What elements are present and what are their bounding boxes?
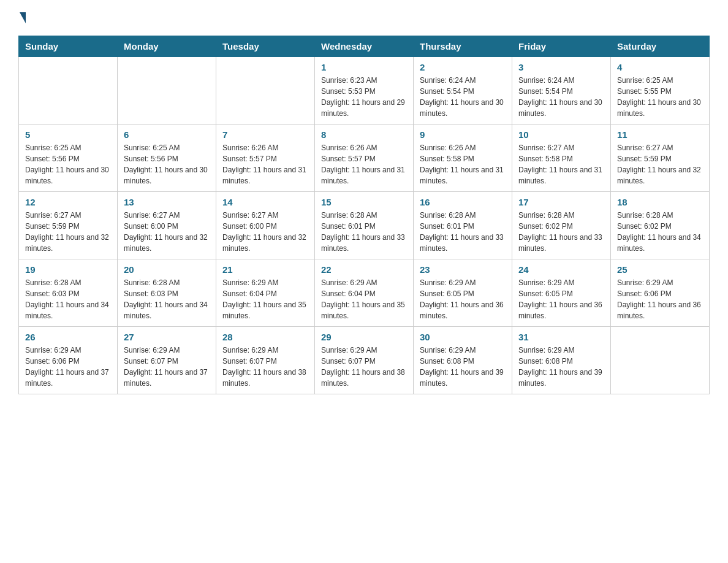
day-number: 31 <box>518 332 604 342</box>
week-row-5: 26Sunrise: 6:29 AM Sunset: 6:06 PM Dayli… <box>19 327 710 394</box>
day-number: 25 <box>617 264 703 275</box>
day-info: Sunrise: 6:29 AM Sunset: 6:05 PM Dayligh… <box>518 277 604 321</box>
day-number: 21 <box>222 264 308 275</box>
calendar-cell: 26Sunrise: 6:29 AM Sunset: 6:06 PM Dayli… <box>19 327 118 394</box>
day-info: Sunrise: 6:27 AM Sunset: 5:59 PM Dayligh… <box>25 210 111 254</box>
calendar-cell: 9Sunrise: 6:26 AM Sunset: 5:58 PM Daylig… <box>414 124 512 192</box>
calendar-cell: 5Sunrise: 6:25 AM Sunset: 5:56 PM Daylig… <box>19 124 118 192</box>
day-number: 26 <box>25 332 111 342</box>
day-number: 9 <box>420 129 506 140</box>
calendar-cell <box>19 57 118 124</box>
day-number: 20 <box>124 264 210 275</box>
calendar-cell <box>216 57 315 124</box>
calendar-cell: 28Sunrise: 6:29 AM Sunset: 6:07 PM Dayli… <box>216 327 315 394</box>
calendar-cell: 30Sunrise: 6:29 AM Sunset: 6:08 PM Dayli… <box>414 327 512 394</box>
day-info: Sunrise: 6:28 AM Sunset: 6:03 PM Dayligh… <box>124 277 210 321</box>
day-info: Sunrise: 6:29 AM Sunset: 6:08 PM Dayligh… <box>518 345 604 389</box>
week-row-2: 5Sunrise: 6:25 AM Sunset: 5:56 PM Daylig… <box>19 124 710 192</box>
day-number: 5 <box>25 129 111 140</box>
day-number: 10 <box>518 129 604 140</box>
day-info: Sunrise: 6:27 AM Sunset: 5:59 PM Dayligh… <box>617 142 703 186</box>
day-info: Sunrise: 6:29 AM Sunset: 6:07 PM Dayligh… <box>321 345 407 389</box>
week-row-1: 1Sunrise: 6:23 AM Sunset: 5:53 PM Daylig… <box>19 57 710 124</box>
calendar-cell: 24Sunrise: 6:29 AM Sunset: 6:05 PM Dayli… <box>512 259 611 327</box>
calendar-cell: 25Sunrise: 6:29 AM Sunset: 6:06 PM Dayli… <box>611 259 710 327</box>
day-info: Sunrise: 6:29 AM Sunset: 6:05 PM Dayligh… <box>420 277 506 321</box>
day-info: Sunrise: 6:27 AM Sunset: 5:58 PM Dayligh… <box>518 142 604 186</box>
column-header-monday: Monday <box>118 36 216 57</box>
day-info: Sunrise: 6:29 AM Sunset: 6:06 PM Dayligh… <box>617 277 703 321</box>
day-info: Sunrise: 6:28 AM Sunset: 6:02 PM Dayligh… <box>617 210 703 254</box>
day-info: Sunrise: 6:28 AM Sunset: 6:02 PM Dayligh… <box>518 210 604 254</box>
week-row-3: 12Sunrise: 6:27 AM Sunset: 5:59 PM Dayli… <box>19 192 710 259</box>
calendar-cell: 10Sunrise: 6:27 AM Sunset: 5:58 PM Dayli… <box>512 124 611 192</box>
day-number: 16 <box>420 197 506 207</box>
day-number: 3 <box>518 62 604 72</box>
day-number: 28 <box>222 332 308 342</box>
logo-triangle-icon <box>20 12 26 23</box>
calendar-cell <box>118 57 216 124</box>
day-info: Sunrise: 6:24 AM Sunset: 5:54 PM Dayligh… <box>518 75 604 119</box>
day-number: 2 <box>420 62 506 72</box>
calendar-cell: 6Sunrise: 6:25 AM Sunset: 5:56 PM Daylig… <box>118 124 216 192</box>
day-number: 12 <box>25 197 111 207</box>
calendar-table: SundayMondayTuesdayWednesdayThursdayFrid… <box>18 36 710 394</box>
day-number: 24 <box>518 264 604 275</box>
calendar-cell: 22Sunrise: 6:29 AM Sunset: 6:04 PM Dayli… <box>315 259 414 327</box>
day-info: Sunrise: 6:23 AM Sunset: 5:53 PM Dayligh… <box>321 75 407 119</box>
day-number: 1 <box>321 62 407 72</box>
day-info: Sunrise: 6:26 AM Sunset: 5:58 PM Dayligh… <box>420 142 506 186</box>
calendar-cell: 11Sunrise: 6:27 AM Sunset: 5:59 PM Dayli… <box>611 124 710 192</box>
calendar-cell: 4Sunrise: 6:25 AM Sunset: 5:55 PM Daylig… <box>611 57 710 124</box>
day-info: Sunrise: 6:28 AM Sunset: 6:01 PM Dayligh… <box>420 210 506 254</box>
day-number: 14 <box>222 197 308 207</box>
day-number: 11 <box>617 129 703 140</box>
day-number: 7 <box>222 129 308 140</box>
day-info: Sunrise: 6:26 AM Sunset: 5:57 PM Dayligh… <box>222 142 308 186</box>
calendar-cell: 27Sunrise: 6:29 AM Sunset: 6:07 PM Dayli… <box>118 327 216 394</box>
calendar-cell: 15Sunrise: 6:28 AM Sunset: 6:01 PM Dayli… <box>315 192 414 259</box>
day-number: 19 <box>25 264 111 275</box>
day-number: 23 <box>420 264 506 275</box>
day-number: 13 <box>124 197 210 207</box>
calendar-cell: 13Sunrise: 6:27 AM Sunset: 6:00 PM Dayli… <box>118 192 216 259</box>
calendar-cell: 18Sunrise: 6:28 AM Sunset: 6:02 PM Dayli… <box>611 192 710 259</box>
logo <box>18 12 27 23</box>
calendar-cell: 8Sunrise: 6:26 AM Sunset: 5:57 PM Daylig… <box>315 124 414 192</box>
day-info: Sunrise: 6:28 AM Sunset: 6:03 PM Dayligh… <box>25 277 111 321</box>
calendar-cell: 2Sunrise: 6:24 AM Sunset: 5:54 PM Daylig… <box>414 57 512 124</box>
day-info: Sunrise: 6:25 AM Sunset: 5:56 PM Dayligh… <box>124 142 210 186</box>
day-info: Sunrise: 6:29 AM Sunset: 6:06 PM Dayligh… <box>25 345 111 389</box>
day-info: Sunrise: 6:27 AM Sunset: 6:00 PM Dayligh… <box>124 210 210 254</box>
column-header-friday: Friday <box>512 36 611 57</box>
calendar-cell: 19Sunrise: 6:28 AM Sunset: 6:03 PM Dayli… <box>19 259 118 327</box>
column-header-tuesday: Tuesday <box>216 36 315 57</box>
day-number: 27 <box>124 332 210 342</box>
day-number: 8 <box>321 129 407 140</box>
calendar-cell: 7Sunrise: 6:26 AM Sunset: 5:57 PM Daylig… <box>216 124 315 192</box>
calendar-cell: 14Sunrise: 6:27 AM Sunset: 6:00 PM Dayli… <box>216 192 315 259</box>
column-header-wednesday: Wednesday <box>315 36 414 57</box>
calendar-cell: 29Sunrise: 6:29 AM Sunset: 6:07 PM Dayli… <box>315 327 414 394</box>
calendar-cell: 21Sunrise: 6:29 AM Sunset: 6:04 PM Dayli… <box>216 259 315 327</box>
page-header <box>18 12 710 23</box>
day-info: Sunrise: 6:26 AM Sunset: 5:57 PM Dayligh… <box>321 142 407 186</box>
column-header-sunday: Sunday <box>19 36 118 57</box>
day-info: Sunrise: 6:27 AM Sunset: 6:00 PM Dayligh… <box>222 210 308 254</box>
day-info: Sunrise: 6:29 AM Sunset: 6:08 PM Dayligh… <box>420 345 506 389</box>
calendar-cell: 17Sunrise: 6:28 AM Sunset: 6:02 PM Dayli… <box>512 192 611 259</box>
day-number: 4 <box>617 62 703 72</box>
day-number: 30 <box>420 332 506 342</box>
day-info: Sunrise: 6:25 AM Sunset: 5:56 PM Dayligh… <box>25 142 111 186</box>
calendar-cell: 20Sunrise: 6:28 AM Sunset: 6:03 PM Dayli… <box>118 259 216 327</box>
day-info: Sunrise: 6:29 AM Sunset: 6:04 PM Dayligh… <box>321 277 407 321</box>
calendar-cell: 31Sunrise: 6:29 AM Sunset: 6:08 PM Dayli… <box>512 327 611 394</box>
day-number: 6 <box>124 129 210 140</box>
calendar-cell: 16Sunrise: 6:28 AM Sunset: 6:01 PM Dayli… <box>414 192 512 259</box>
calendar-cell: 3Sunrise: 6:24 AM Sunset: 5:54 PM Daylig… <box>512 57 611 124</box>
calendar-cell <box>611 327 710 394</box>
calendar-cell: 23Sunrise: 6:29 AM Sunset: 6:05 PM Dayli… <box>414 259 512 327</box>
calendar-cell: 12Sunrise: 6:27 AM Sunset: 5:59 PM Dayli… <box>19 192 118 259</box>
column-header-thursday: Thursday <box>414 36 512 57</box>
day-number: 29 <box>321 332 407 342</box>
